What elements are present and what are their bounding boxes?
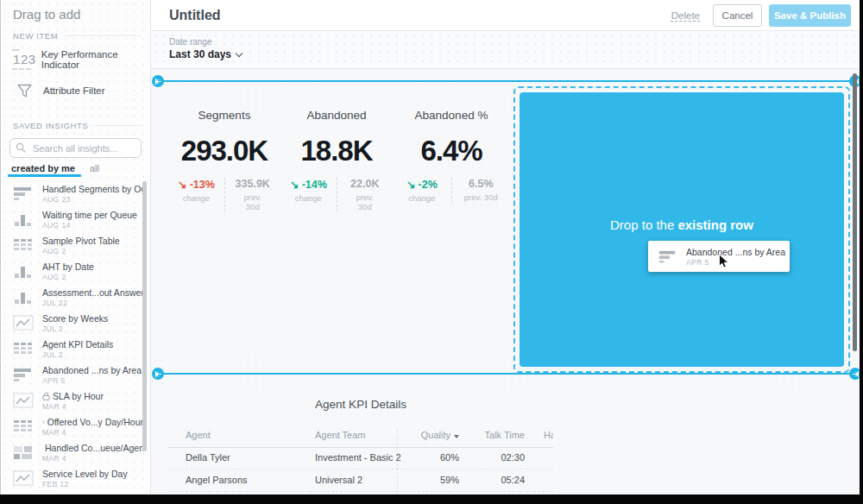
screen-edge-right [860, 0, 863, 504]
add-row-left-bottom-icon[interactable] [152, 368, 164, 380]
dragged-card-title: Abandoned ...ns by Area [686, 247, 785, 257]
list-item[interactable]: Service Level by DayFEB 12 [1, 469, 143, 495]
funnel-icon [14, 83, 35, 99]
trend-down-arrow-icon: ↘ [290, 179, 299, 191]
attribute-filter-label: Attribute Filter [43, 85, 105, 96]
list-item[interactable]: Handled Co...ueue/AgentMAR 4 [1, 443, 143, 469]
kpi-title: Abandoned [280, 100, 393, 131]
dashboard-header: Untitled Delete Cancel Save & Publish [151, 0, 860, 31]
sidebar-title: Drag to add [13, 7, 80, 22]
column-header-handle[interactable]: Ha [544, 430, 553, 440]
tab-all[interactable]: all [90, 163, 99, 173]
add-row-right-bottom-icon[interactable] [849, 368, 860, 380]
kpi-item-label: Key Performance Indicator [41, 49, 148, 70]
column-chart-icon [13, 263, 34, 279]
kpi-change: ↘ -14% [284, 178, 333, 191]
column-header-agent[interactable]: Agent [186, 430, 211, 440]
date-range-dropdown[interactable]: Last 30 days [169, 48, 860, 60]
drop-zone-highlight: Drop to the existing row Abandoned ...ns… [520, 92, 844, 367]
dragged-card-date: APR 5 [686, 258, 785, 267]
trend-down-arrow-icon: ↘ [406, 179, 415, 191]
kpi-widget-abandoned-pct[interactable]: Abandoned % 6.4% ↘ -2% change 6.5% prev.… [393, 100, 510, 203]
kpi-value: 293.0K [168, 135, 280, 167]
list-item[interactable]: Sample Pivot TableAUG 2 [1, 236, 143, 261]
table-title: Agent KPI Details [168, 398, 553, 411]
drop-zone-message: Drop to the existing row [520, 217, 844, 232]
tab-created-by-me[interactable]: created by me [11, 163, 75, 173]
row-separator-top [163, 80, 850, 82]
active-tab-underline [8, 174, 81, 177]
list-item[interactable]: Score by WeeksJUL 2 [1, 313, 143, 339]
column-header-quality[interactable]: Quality [384, 430, 459, 440]
line-chart-icon [13, 393, 34, 408]
date-range-value: Last 30 days [169, 48, 231, 60]
kpi-123-icon: 123 [11, 49, 38, 70]
lock-icon [42, 392, 50, 400]
dashboard-canvas: Segments 293.0K ↘ -13% change 335.9K pre… [151, 69, 860, 504]
column-chart-icon [13, 211, 34, 227]
lock-icon [42, 418, 45, 426]
save-publish-button[interactable]: Save & Publish [769, 4, 851, 27]
chevron-down-icon [236, 49, 243, 56]
kpi-value: 18.8K [280, 135, 393, 167]
list-item[interactable]: Agent KPI DetailsJUL 2 [1, 339, 143, 365]
trend-down-arrow-icon: ↘ [178, 179, 186, 191]
drop-zone[interactable]: Drop to the existing row Abandoned ...ns… [513, 86, 850, 373]
saved-insights-heading: SAVED INSIGHTS [13, 121, 141, 130]
page-title: Untitled [169, 8, 221, 23]
column-header-agent-team[interactable]: Agent Team [315, 430, 366, 440]
list-item[interactable]: Assessment...out AnswerJUL 22 [1, 287, 143, 313]
kpi-prev-value: 22.0K [341, 178, 390, 190]
delete-button[interactable]: Delete [671, 10, 700, 21]
kpi-change: ↘ -13% [172, 178, 221, 191]
bar-chart-horizontal-icon [13, 186, 34, 201]
drag-to-add-sidebar: Drag to add NEW ITEM 123 Key Performance… [0, 0, 151, 504]
kpi-value: 6.4% [393, 135, 510, 167]
pivot-table-icon [13, 341, 34, 356]
pivot-table-icon [13, 419, 34, 434]
kpi-change: ↘ -2% [396, 178, 448, 191]
list-item[interactable]: AHT by DateAUG 2 [1, 261, 143, 287]
list-item[interactable]: SLA by HourMAR 4 [1, 391, 143, 417]
insight-list: Handled Segments by OutcoAUG 23 Waiting … [1, 184, 143, 495]
bar-chart-horizontal-icon [658, 249, 677, 264]
attribute-filter-drag-item[interactable]: Attribute Filter [1, 78, 148, 104]
row-separator-bottom [163, 373, 850, 375]
search-icon [16, 142, 27, 154]
new-item-heading: NEW ITEM [13, 31, 141, 41]
mouse-cursor-icon [718, 254, 729, 269]
screen-edge-bottom [0, 495, 863, 504]
kpi-widget-segments[interactable]: Segments 293.0K ↘ -13% change 335.9K pre… [168, 100, 280, 211]
kpi-widget-abandoned[interactable]: Abandoned 18.8K ↘ -14% change 22.0K prev… [280, 100, 393, 211]
list-item[interactable]: Offered Vo...y Day/HourMAR 4 [1, 417, 143, 443]
list-item[interactable]: Abandoned ...ns by AreaAPR 5 [1, 365, 143, 391]
sidebar-scrollbar[interactable] [142, 181, 147, 451]
add-row-left-top-icon[interactable] [152, 75, 164, 87]
kpi-prev-value: 335.9K [229, 178, 278, 190]
cancel-button[interactable]: Cancel [713, 4, 762, 27]
table-row: Angel Parsons Universal 2 59% 05:24 [168, 469, 553, 492]
table-row: Della Tyler Investment - Basic 2 60% 02:… [168, 447, 553, 469]
line-chart-icon [13, 470, 34, 486]
kpi-drag-item[interactable]: 123 Key Performance Indicator [1, 45, 148, 74]
pivot-table-icon [13, 237, 34, 253]
search-input[interactable] [9, 138, 142, 158]
kpi-title: Segments [168, 100, 280, 131]
list-item[interactable]: Waiting time per QueueAUG 14 [1, 210, 143, 236]
date-range-label: Date range [169, 37, 860, 47]
kpi-prev-value: 6.5% [456, 178, 507, 190]
heatmap-icon [13, 444, 34, 460]
list-item[interactable]: Handled Segments by OutcoAUG 23 [1, 184, 143, 210]
column-header-talk-time[interactable]: Talk Time [470, 430, 525, 440]
sort-desc-icon [454, 435, 459, 438]
agent-kpi-table-widget[interactable]: Agent KPI Details Agent Agent Team Quali… [168, 393, 553, 504]
bar-chart-horizontal-icon [13, 367, 34, 382]
filter-bar: Date range Last 30 days [151, 31, 860, 69]
column-chart-icon [13, 289, 34, 305]
line-chart-icon [13, 315, 34, 331]
main-scrollbar[interactable] [853, 73, 857, 351]
kpi-title: Abandoned % [393, 100, 510, 131]
